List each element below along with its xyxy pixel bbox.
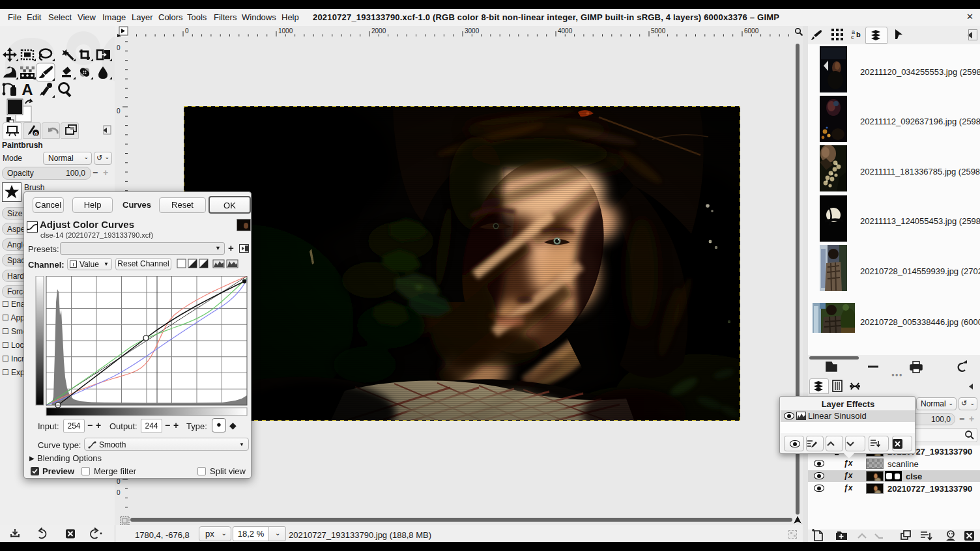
svg-text:0: 0 — [117, 107, 121, 115]
svg-text:2000: 2000 — [371, 27, 386, 35]
svg-text:1000: 1000 — [278, 27, 293, 35]
svg-text:c: c — [851, 34, 854, 40]
svg-text:0: 0 — [117, 44, 121, 51]
svg-text:b: b — [856, 31, 861, 38]
svg-text:0: 0 — [185, 27, 189, 35]
svg-text:4000: 4000 — [558, 27, 573, 35]
svg-text:0: 0 — [117, 489, 121, 496]
svg-text:6000: 6000 — [744, 27, 759, 35]
svg-text:0: 0 — [117, 478, 121, 485]
svg-text:o: o — [34, 130, 38, 137]
svg-text:A: A — [22, 81, 33, 98]
svg-text:3000: 3000 — [465, 27, 480, 35]
svg-text:5000: 5000 — [651, 27, 666, 35]
